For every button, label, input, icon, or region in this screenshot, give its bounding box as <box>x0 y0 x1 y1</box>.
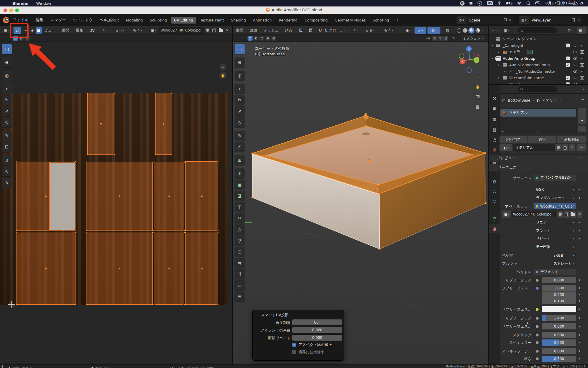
remove-material-slot-button[interactable]: − <box>578 116 586 124</box>
move-tool[interactable]: ⌖ <box>2 84 12 94</box>
xray-toggle[interactable]: ▥ <box>443 27 452 34</box>
uv-vertex-dot[interactable] <box>217 304 219 305</box>
shading-rendered-button[interactable] <box>475 28 480 33</box>
remove-viewlayer-icon[interactable]: ✕ <box>577 18 580 22</box>
vector-value-field[interactable]: 1.000 <box>542 285 576 291</box>
outliner-row-シーンコレクション[interactable]: シーンコレクション <box>489 36 588 42</box>
zoom-in-button[interactable]: ⌕ <box>219 64 226 71</box>
viewport-menu-メッシュ[interactable]: メッシュ <box>263 28 278 33</box>
surface-panel-header[interactable]: ⌄ サーフェス ∷∷ <box>489 164 588 171</box>
node-socket-button[interactable] <box>533 339 541 346</box>
node-socket-button[interactable] <box>533 285 541 291</box>
smart-uv-面積ウェイト-field[interactable]: 0.000 <box>292 335 342 341</box>
slider-field[interactable]: 1.400 <box>542 315 576 321</box>
uv-vertex-dot[interactable] <box>113 154 115 155</box>
grab-tool[interactable]: ∪ <box>2 155 12 165</box>
dropdown-sRGB[interactable]: sRGB▾ <box>551 252 576 258</box>
properties-particles-tab[interactable]: ∴ <box>489 187 500 196</box>
viewlayer-name[interactable]: ViewLayer <box>529 16 570 24</box>
rip-region-tool[interactable]: ⊡ <box>2 142 12 152</box>
uv-select-extend-button[interactable]: ◧ <box>19 36 24 41</box>
hide-eye-open-icon[interactable] <box>573 70 577 73</box>
topbar-menu-ファイル[interactable]: ファイル <box>13 17 29 23</box>
node-socket-button[interactable] <box>533 348 541 354</box>
options-dropdown[interactable]: オプション▾ <box>461 35 485 41</box>
scale-tool[interactable]: ↗ <box>2 106 12 116</box>
hide-eye-closed-icon[interactable] <box>573 64 577 66</box>
workspace-tab-Layout[interactable]: Layout <box>103 17 122 24</box>
animate-property-dot[interactable] <box>579 342 580 343</box>
uv-face-dot[interactable] <box>119 268 120 269</box>
outliner-row-AudioConnectorGroup[interactable]: ▾AudioConnectorGroup✓ <box>489 62 588 68</box>
window-minimize-button[interactable] <box>9 9 13 12</box>
uv-vertex-dot[interactable] <box>86 161 87 163</box>
cursor-tool[interactable]: ⊕ <box>235 57 245 67</box>
outliner-row-Audio-Amp Group[interactable]: ▾Audio-Amp Group✓ <box>489 55 588 62</box>
uv-island[interactable] <box>185 161 218 231</box>
snap-dropdown[interactable]: ∪ ⠿▾ <box>112 27 128 34</box>
animate-property-dot[interactable] <box>579 279 580 281</box>
pivot-point-dropdown[interactable]: ⌖▾ <box>99 27 110 34</box>
uv-select-new-button[interactable]: ▢ <box>13 36 18 41</box>
uv-menu-選択[interactable]: 選択 <box>62 28 69 33</box>
uv-vertex-dot[interactable] <box>86 232 87 233</box>
transform-tool[interactable]: ◇ <box>2 117 12 127</box>
dropdown-リニア[interactable]: リニア▾ <box>534 219 576 226</box>
smart-uv-checkbox-境界に拡大縮小[interactable] <box>292 350 296 354</box>
value-field[interactable]: 0.000 <box>542 332 576 338</box>
uv-vertex-dot[interactable] <box>16 304 17 305</box>
sidebar-collapse-icon[interactable]: ‹ <box>485 49 486 54</box>
hide-eye-closed-icon[interactable] <box>573 77 577 79</box>
open-image-icon[interactable] <box>218 27 224 34</box>
uv-menu-UV[interactable]: UV <box>89 28 95 33</box>
uv-vertex-dot[interactable] <box>185 304 186 305</box>
rip-region-tool[interactable]: ⊟ <box>235 291 245 301</box>
animate-property-dot[interactable] <box>579 317 580 319</box>
uv-vertex-dot[interactable] <box>113 92 115 94</box>
uv-island-unselected[interactable] <box>49 163 75 230</box>
animate-property-dot[interactable] <box>579 230 580 231</box>
properties-material-tab[interactable]: ◕ <box>489 224 500 233</box>
material-unlink-icon[interactable]: ✕ <box>569 144 575 151</box>
annotate-tool[interactable]: ✎ <box>235 131 245 141</box>
select-button[interactable]: 選択 <box>528 136 556 143</box>
properties-modifiers-tab[interactable]: ⚙ <box>489 178 500 186</box>
properties-render-tab[interactable]: ▣ <box>489 105 500 113</box>
hide-eye-open-icon[interactable] <box>573 57 577 60</box>
image-name-field[interactable]: Wood027_4K_Color.jpg <box>159 27 204 34</box>
uv-vertex-dot[interactable] <box>16 230 17 231</box>
menu-button-デフォルト[interactable]: デフォルト <box>534 269 576 275</box>
uv-vertex-dot[interactable] <box>171 154 173 155</box>
move-tool[interactable]: ⌖ <box>235 84 245 94</box>
material-slot-item[interactable]: マテリアル <box>500 109 576 117</box>
uv-vertex-dot[interactable] <box>171 92 173 94</box>
expand-arrow-icon[interactable]: ▾ <box>498 77 500 79</box>
value-field[interactable]: 0.000 <box>542 348 576 354</box>
uv-face-dot[interactable] <box>45 195 47 197</box>
animate-property-dot[interactable] <box>579 334 580 336</box>
panel-grip[interactable]: ∷∷ <box>580 166 584 169</box>
workspace-tab-UV Editing[interactable]: UV Editing <box>171 17 196 24</box>
image-open-icon[interactable] <box>570 211 576 218</box>
control-center-icon[interactable] <box>535 1 540 5</box>
viewport-menu-追加[interactable]: 追加 <box>250 28 257 33</box>
proportional-edit-dropdown[interactable]: ◎ ◠▾ <box>129 27 145 34</box>
uv-vertex-dot[interactable] <box>49 229 50 231</box>
measure-tool[interactable]: ∠ <box>235 142 245 152</box>
show-overlays-toggle[interactable]: ◍▾ <box>427 27 440 34</box>
uv-face-dot[interactable] <box>168 268 170 269</box>
outliner-filter-id-dropdown[interactable]: ▣▾ <box>501 27 512 34</box>
outliner-row-_Cam/Light[interactable]: ▾_Cam/Light✓ <box>489 42 588 49</box>
animate-property-dot[interactable] <box>579 238 580 239</box>
properties-world-tab[interactable]: ◍ <box>489 145 500 154</box>
slot-list-expand-icon[interactable]: ▸ <box>502 130 504 133</box>
uv-face-dot[interactable] <box>45 268 47 269</box>
properties-tool-tab[interactable]: ⚒ <box>489 94 500 103</box>
new-image-icon[interactable] <box>211 27 217 34</box>
uv-vertex-dot[interactable] <box>153 304 155 305</box>
add-material-slot-button[interactable]: + <box>578 108 586 116</box>
animate-property-dot[interactable] <box>579 300 580 302</box>
viewport-menu-頂点[interactable]: 頂点 <box>285 28 292 33</box>
uv-vertex-dot[interactable] <box>185 230 186 231</box>
unlink-image-icon[interactable]: ✕ <box>225 27 230 34</box>
